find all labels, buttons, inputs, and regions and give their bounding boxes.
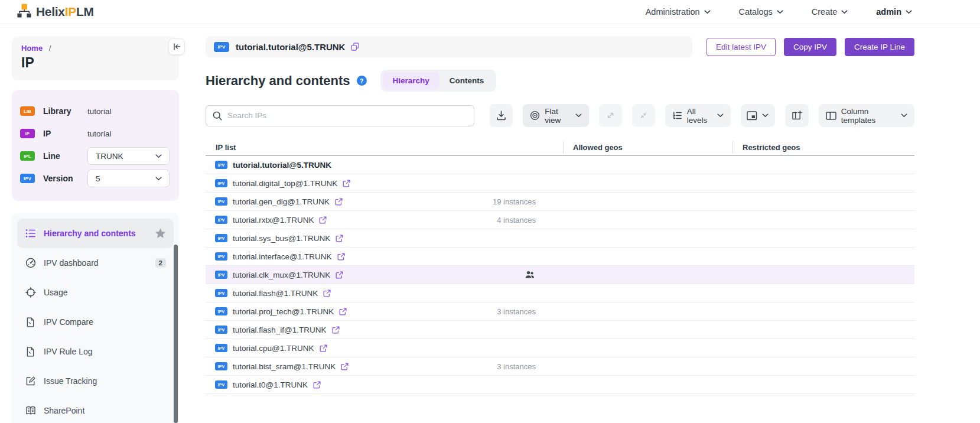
nav-item-administration[interactable]: Administration (646, 7, 711, 17)
target-icon (25, 287, 36, 298)
column-templates-button[interactable]: Column templates (819, 104, 914, 127)
create-ip-line-button[interactable]: Create IP Line (845, 38, 914, 56)
context-value: tutorial (87, 107, 112, 116)
ip-link[interactable]: tutorial.flash_if@1.TRUNK (233, 326, 327, 334)
sidebar-item-ipv-rule-log[interactable]: IPV Rule Log (17, 337, 174, 366)
line-row: IPL Line TRUNK (20, 145, 170, 167)
table-row[interactable]: IPV tutorial.cpu@1.TRUNK (206, 339, 914, 357)
flat-view-button[interactable]: Flat view (523, 104, 588, 127)
toolbar-button-label: Flat view (545, 107, 570, 125)
ipv-badge: IPV (215, 380, 227, 389)
external-link-icon[interactable] (339, 308, 347, 315)
org-chart-icon (17, 4, 32, 21)
ipv-badge: IPV (215, 234, 227, 242)
tab-group: HierarchyContents (380, 70, 497, 92)
collapse-sidebar-button[interactable] (168, 38, 185, 55)
ip-link[interactable]: tutorial.t0@1.TRUNK (233, 380, 308, 389)
breadcrumb-home-link[interactable]: Home (21, 44, 43, 53)
tab-hierarchy[interactable]: Hierarchy (383, 72, 439, 89)
compare-icon (25, 317, 36, 328)
ip-link[interactable]: tutorial.bist_sram@1.TRUNK (233, 362, 336, 371)
flat-view-icon (530, 110, 540, 121)
table-row[interactable]: IPV tutorial.rxtx@1.TRUNK 4 instances (206, 211, 914, 229)
add-column-button[interactable] (785, 104, 809, 127)
external-link-icon[interactable] (320, 344, 327, 352)
all-levels-button[interactable]: All levels (665, 104, 731, 127)
star-icon[interactable] (155, 228, 166, 239)
chevron-down-icon (906, 10, 912, 14)
ip-link[interactable]: tutorial.gen_dig@1.TRUNK (233, 197, 330, 206)
ipv-title: tutorial.tutorial@5.TRUNK (236, 42, 345, 52)
context-label: Library (43, 106, 80, 116)
chevron-down-icon (777, 10, 783, 14)
chevron-down-icon (717, 113, 724, 118)
table-row[interactable]: IPV tutorial.proj_tech@1.TRUNK 3 instanc… (206, 302, 914, 321)
sidebar-scrollbar[interactable] (174, 245, 178, 423)
ip-link[interactable]: tutorial.sys_bus@1.TRUNK (233, 234, 330, 243)
table-row[interactable]: IPV tutorial.t0@1.TRUNK (206, 376, 914, 394)
download-button[interactable] (490, 104, 513, 127)
external-link-icon[interactable] (341, 363, 349, 370)
ip-link[interactable]: tutorial.clk_mux@1.TRUNK (233, 271, 330, 279)
ip-link[interactable]: tutorial.flash@1.TRUNK (233, 289, 318, 298)
external-link-icon[interactable] (336, 271, 343, 279)
search-input[interactable] (206, 105, 474, 126)
sidebar-item-ipv-compare[interactable]: IPV Compare (17, 307, 174, 337)
book-icon (25, 405, 36, 417)
external-link-icon[interactable] (343, 180, 350, 187)
tab-contents[interactable]: Contents (439, 72, 494, 89)
image-button[interactable] (741, 104, 774, 127)
logo[interactable]: HelixIPLM (17, 4, 94, 21)
sidebar-item-usage[interactable]: Usage (17, 278, 174, 307)
ip-link[interactable]: tutorial.tutorial@5.TRUNK (233, 161, 331, 170)
sidebar-item-sharepoint[interactable]: SharePoint (17, 396, 174, 423)
sidebar-item-issue-tracking[interactable]: Issue Tracking (17, 366, 174, 396)
top-bar: HelixIPLM Administration Catalogs Create… (0, 0, 980, 24)
sidebar-item-hierarchy-and-contents[interactable]: Hierarchy and contents (17, 219, 174, 248)
count-badge: 2 (155, 258, 166, 268)
external-link-icon[interactable] (323, 289, 331, 297)
help-icon[interactable]: ? (357, 76, 367, 86)
library-row: LIB Library tutorial (20, 100, 170, 122)
external-link-icon[interactable] (335, 198, 343, 206)
ip-link[interactable]: tutorial.cpu@1.TRUNK (233, 344, 314, 353)
ip-table: IP list Allowed geos Restricted geos IPV… (206, 139, 914, 394)
chevron-down-icon (762, 113, 769, 118)
table-row[interactable]: IPV tutorial.gen_dig@1.TRUNK 19 instance… (206, 193, 914, 211)
table-row[interactable]: IPV tutorial.interface@1.TRUNK (206, 248, 914, 266)
table-row[interactable]: IPV tutorial.digital_top@1.TRUNK (206, 174, 914, 193)
chevron-down-icon (575, 113, 582, 118)
context-select[interactable]: 5 (87, 170, 170, 187)
ip-link[interactable]: tutorial.proj_tech@1.TRUNK (233, 307, 334, 316)
context-select[interactable]: TRUNK (87, 147, 170, 165)
sidebar-item-label: IPV dashboard (44, 258, 99, 268)
table-row[interactable]: IPV tutorial.flash@1.TRUNK (206, 284, 914, 302)
nav-item-catalogs[interactable]: Catalogs (739, 7, 783, 17)
external-link-icon[interactable] (336, 235, 343, 242)
external-link-icon[interactable] (313, 381, 321, 389)
copy-ipv-button[interactable]: Copy IPV (784, 38, 836, 56)
ip-link[interactable]: tutorial.rxtx@1.TRUNK (233, 216, 314, 224)
sidebar-page-title: IP (21, 55, 170, 71)
copy-icon[interactable] (351, 43, 359, 51)
external-link-icon[interactable] (337, 253, 345, 261)
ip-link[interactable]: tutorial.interface@1.TRUNK (233, 252, 332, 261)
people-icon (525, 271, 535, 279)
sidebar-item-label: SharePoint (44, 406, 84, 415)
chevron-down-icon (155, 154, 162, 158)
ip-link[interactable]: tutorial.digital_top@1.TRUNK (233, 179, 337, 188)
table-row[interactable]: IPV tutorial.bist_sram@1.TRUNK 3 instanc… (206, 357, 914, 376)
table-row[interactable]: IPV tutorial.flash_if@1.TRUNK (206, 321, 914, 339)
edit-latest-ipv-button[interactable]: Edit latest IPV (706, 38, 776, 56)
external-link-icon[interactable] (332, 326, 340, 334)
table-body: IPV tutorial.tutorial@5.TRUNK IPV tutori… (206, 156, 914, 394)
table-row[interactable]: IPV tutorial.tutorial@5.TRUNK (206, 156, 914, 174)
nav-item-admin[interactable]: admin (876, 7, 912, 17)
sidebar-item-ipv-dashboard[interactable]: IPV dashboard 2 (17, 248, 174, 278)
table-row[interactable]: IPV tutorial.sys_bus@1.TRUNK (206, 229, 914, 248)
ipv-badge: IPV (20, 174, 35, 183)
external-link-icon[interactable] (319, 216, 327, 224)
table-row[interactable]: IPV tutorial.clk_mux@1.TRUNK (206, 266, 914, 284)
breadcrumb-card: Home / IP (12, 37, 179, 80)
nav-item-create[interactable]: Create (812, 7, 848, 17)
